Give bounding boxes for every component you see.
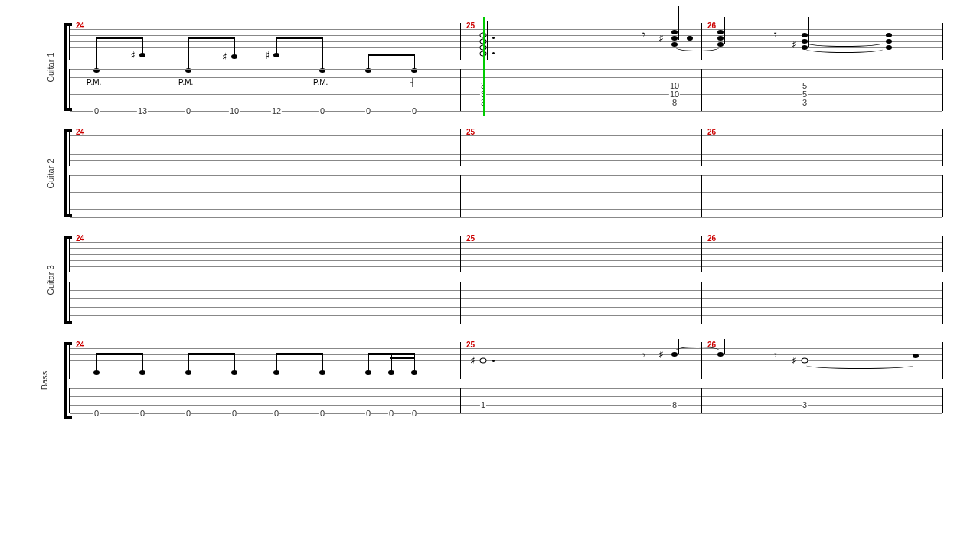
measure-number: 26 <box>707 234 716 243</box>
notation-staff[interactable]: 24 25 26 <box>69 129 942 166</box>
tab-staff[interactable] <box>69 175 942 217</box>
chord-note[interactable] <box>671 36 678 41</box>
track-bass: Bass 24 25 26 <box>46 342 942 419</box>
barline <box>460 236 461 272</box>
tab-fret[interactable]: 0 <box>139 409 145 418</box>
barline <box>460 23 461 60</box>
note[interactable] <box>388 370 394 375</box>
tab-fret[interactable]: 0 <box>185 409 191 418</box>
track-guitar-1: Guitar 1 24 25 26 ♯ <box>46 23 942 111</box>
tab-fret[interactable]: 8 <box>671 401 678 409</box>
tab-staff[interactable]: 0 0 0 0 0 0 0 0 0 1 8 3 <box>69 388 942 413</box>
note[interactable] <box>231 54 237 59</box>
note[interactable] <box>231 370 237 375</box>
track-label: Guitar 2 <box>46 158 55 188</box>
barline <box>942 175 943 217</box>
note[interactable] <box>273 370 279 375</box>
measure-number: 25 <box>466 128 475 136</box>
beam <box>368 54 414 56</box>
note[interactable] <box>411 370 417 375</box>
note[interactable] <box>319 370 325 375</box>
system-bracket-icon <box>64 236 67 324</box>
measure-number: 25 <box>466 234 475 243</box>
tab-fret[interactable]: 0 <box>388 409 394 418</box>
barline <box>942 282 943 324</box>
tab-fret[interactable]: 0 <box>319 409 325 418</box>
duration-dot-icon <box>492 360 495 362</box>
tab-staff[interactable]: 0 13 0 10 12 0 0 0 3 3 3 10 10 8 5 5 3 <box>69 69 942 111</box>
tab-fret[interactable]: 12 <box>271 107 282 116</box>
measure-number: 24 <box>76 341 84 349</box>
chord-note[interactable] <box>886 45 892 50</box>
beam <box>96 37 142 39</box>
barline <box>942 388 943 413</box>
chord-note[interactable] <box>671 30 678 34</box>
track-guitar-3: Guitar 3 24 25 26 <box>46 236 942 324</box>
beam <box>188 37 234 39</box>
tab-fret[interactable]: 0 <box>365 107 371 116</box>
tab-fret[interactable]: 0 <box>411 107 417 116</box>
chord-note[interactable] <box>687 36 693 41</box>
tab-fret[interactable]: 3 <box>802 401 808 409</box>
barline <box>460 388 461 413</box>
beam <box>96 353 142 355</box>
tie-icon <box>806 362 913 369</box>
chord-note[interactable] <box>717 36 724 41</box>
tab-fret[interactable]: 0 <box>365 409 371 418</box>
tab-fret[interactable]: 0 <box>273 409 279 418</box>
sharp-icon: ♯ <box>130 49 136 62</box>
note[interactable] <box>717 352 724 357</box>
tie-icon <box>806 46 883 53</box>
tab-fret[interactable]: 13 <box>137 107 148 116</box>
note[interactable] <box>365 370 371 375</box>
note[interactable] <box>185 370 191 375</box>
tab-fret[interactable]: 1 <box>480 401 486 409</box>
tab-fret[interactable]: 0 <box>93 107 100 116</box>
tie-icon <box>676 44 719 51</box>
notation-staff[interactable]: 24 25 26 <box>69 236 942 272</box>
playhead-cursor[interactable] <box>483 17 485 116</box>
notation-staff[interactable]: 24 25 26 ♯ ♯ <box>69 23 942 60</box>
barline <box>460 69 461 111</box>
system-bracket-icon <box>64 342 67 419</box>
note[interactable] <box>273 53 279 57</box>
notation-staff[interactable]: 24 25 26 <box>69 342 942 379</box>
note[interactable] <box>93 370 100 375</box>
tie-icon <box>676 347 719 354</box>
sharp-icon: ♯ <box>658 32 664 45</box>
beam <box>390 357 414 359</box>
tab-staff[interactable] <box>69 282 942 324</box>
measure-number: 25 <box>466 21 475 30</box>
tab-fret[interactable]: 0 <box>231 409 237 418</box>
barline <box>942 236 943 272</box>
note[interactable] <box>480 358 487 364</box>
measure-number: 24 <box>76 234 84 243</box>
duration-dot-icon <box>492 37 495 39</box>
note[interactable] <box>913 354 919 358</box>
measure-number: 26 <box>707 128 716 136</box>
chord-note[interactable] <box>717 42 724 47</box>
sharp-icon: ♯ <box>470 354 475 367</box>
barline <box>460 282 461 324</box>
tab-fret[interactable]: 8 <box>671 99 678 107</box>
chord-note[interactable] <box>886 33 892 37</box>
chord-note[interactable] <box>717 30 724 34</box>
beam <box>276 37 322 39</box>
tab-fret[interactable]: 0 <box>93 409 100 418</box>
tab-fret[interactable]: 0 <box>319 107 325 116</box>
barline <box>701 388 702 413</box>
chord-note[interactable] <box>802 33 808 37</box>
tab-fret[interactable]: 0 <box>185 107 191 116</box>
note[interactable] <box>139 370 145 375</box>
track-guitar-2: Guitar 2 24 25 26 <box>46 129 942 217</box>
track-label: Bass <box>40 371 49 390</box>
sharp-icon: ♯ <box>792 354 797 367</box>
tab-fret[interactable]: 3 <box>802 99 808 107</box>
system-bracket-icon <box>64 23 67 111</box>
tab-fret[interactable]: 0 <box>411 409 417 418</box>
chord-note[interactable] <box>886 39 892 44</box>
tab-fret[interactable]: 10 <box>229 107 240 116</box>
barline <box>942 69 943 111</box>
track-label: Guitar 1 <box>46 52 55 82</box>
note[interactable] <box>139 53 145 57</box>
